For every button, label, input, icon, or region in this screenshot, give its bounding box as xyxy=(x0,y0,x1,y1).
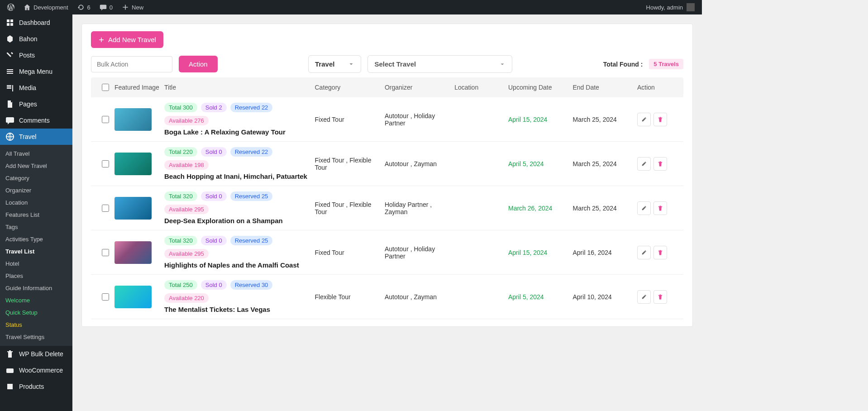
end-date-cell: March 25, 2024 xyxy=(573,116,638,123)
row-checkbox[interactable] xyxy=(102,160,109,167)
delete-button[interactable] xyxy=(653,201,667,215)
menu-label: Travel xyxy=(19,133,36,140)
organizer-cell: Holiday Partner , Zayman xyxy=(385,201,454,215)
menu-item-posts[interactable]: Posts xyxy=(0,47,72,63)
submenu-item-tags[interactable]: Tags xyxy=(0,221,72,233)
delete-button[interactable] xyxy=(653,113,667,126)
add-new-travel-button[interactable]: Add New Travel xyxy=(91,31,163,48)
user-menu[interactable]: Howdy, admin xyxy=(646,3,698,11)
menu-item-comments[interactable]: Comments xyxy=(0,112,72,129)
trash-icon xyxy=(657,161,663,167)
bulk-action-input[interactable] xyxy=(91,56,172,72)
travel-title[interactable]: Highlights of Naples and the Amalfi Coas… xyxy=(164,261,315,269)
reserved-badge: Reserved 22 xyxy=(230,147,273,157)
row-checkbox[interactable] xyxy=(102,205,109,212)
menu-label: Media xyxy=(19,84,36,91)
edit-icon xyxy=(641,116,647,123)
travel-title[interactable]: Beach Hopping at Inani, Himchari, Patuar… xyxy=(164,172,315,180)
menu-item-dashboard[interactable]: Dashboard xyxy=(0,14,72,31)
travel-type-dropdown[interactable]: Travel xyxy=(308,55,361,73)
edit-button[interactable] xyxy=(637,157,651,171)
comment-icon xyxy=(100,4,107,11)
travel-icon xyxy=(5,132,14,141)
submenu-item-status[interactable]: Status xyxy=(0,319,72,331)
menu-item-bahon[interactable]: Bahon xyxy=(0,31,72,47)
menu-item-travel[interactable]: Travel xyxy=(0,129,72,145)
upcoming-date-cell: March 26, 2024 xyxy=(508,205,573,212)
edit-icon xyxy=(641,294,647,300)
reserved-badge: Reserved 25 xyxy=(230,191,273,201)
new-content[interactable]: New xyxy=(118,0,147,14)
menu-label: Pages xyxy=(19,100,37,108)
travel-title[interactable]: The Mentalist Tickets: Las Vegas xyxy=(164,306,315,313)
travel-title[interactable]: Boga Lake : A Relaxing Gateway Tour xyxy=(164,128,315,136)
menu-item-media[interactable]: Media xyxy=(0,80,72,96)
col-featured-image: Featured Image xyxy=(114,84,164,91)
delete-button[interactable] xyxy=(653,290,667,304)
submenu-item-category[interactable]: Category xyxy=(0,172,72,184)
col-organizer: Organizer xyxy=(385,84,454,91)
submenu-item-activities-type[interactable]: Activities Type xyxy=(0,233,72,245)
menu-item-woocommerce[interactable]: WooCommerce xyxy=(0,362,72,378)
organizer-cell: Autotour , Holiday Partner xyxy=(385,245,454,260)
travel-title[interactable]: Deep-Sea Exploration on a Shampan xyxy=(164,217,315,225)
end-date-cell: April 10, 2024 xyxy=(573,293,638,301)
plus-icon xyxy=(122,4,129,11)
edit-button[interactable] xyxy=(637,201,651,215)
submenu-item-guide-information[interactable]: Guide Information xyxy=(0,282,72,294)
available-badge: Available 220 xyxy=(164,293,209,303)
menu-label: WP Bulk Delete xyxy=(19,350,63,358)
upcoming-date-cell: April 15, 2024 xyxy=(508,249,573,256)
edit-button[interactable] xyxy=(637,290,651,304)
total-badge: Total 300 xyxy=(164,103,197,112)
submenu-item-travel-list[interactable]: Travel List xyxy=(0,245,72,258)
col-title: Title xyxy=(164,84,315,91)
submenu-item-location[interactable]: Location xyxy=(0,196,72,209)
menu-item-wp-bulk-delete[interactable]: WP Bulk Delete xyxy=(0,346,72,362)
submenu-item-quick-setup[interactable]: Quick Setup xyxy=(0,306,72,319)
submenu-item-features-list[interactable]: Features List xyxy=(0,209,72,221)
menu-item-products[interactable]: Products xyxy=(0,378,72,395)
menu-label: WooCommerce xyxy=(19,367,63,374)
submenu-item-hotel[interactable]: Hotel xyxy=(0,258,72,270)
pages-icon xyxy=(5,100,14,109)
content-area: Add New Travel Action Travel Select Trav… xyxy=(72,14,702,411)
table-row: Total 320 Sold 0 Reserved 25 Available 2… xyxy=(91,230,683,275)
submenu-item-welcome[interactable]: Welcome xyxy=(0,294,72,306)
travel-table: Featured Image Title Category Organizer … xyxy=(91,77,683,319)
submenu-item-organizer[interactable]: Organizer xyxy=(0,184,72,196)
organizer-cell: Autotour , Zayman xyxy=(385,160,454,167)
row-checkbox[interactable] xyxy=(102,116,109,123)
edit-button[interactable] xyxy=(637,246,651,259)
select-travel-dropdown[interactable]: Select Travel xyxy=(367,55,512,73)
home-icon xyxy=(24,4,31,11)
category-cell: Fixed Tour xyxy=(315,249,385,256)
row-checkbox[interactable] xyxy=(102,293,109,301)
delete-button[interactable] xyxy=(653,246,667,259)
menu-label: Bahon xyxy=(19,35,37,43)
table-row: Total 220 Sold 0 Reserved 22 Available 1… xyxy=(91,142,683,186)
delete-button[interactable] xyxy=(653,157,667,171)
menu-label: Dashboard xyxy=(19,19,50,26)
table-header: Featured Image Title Category Organizer … xyxy=(91,77,683,97)
upcoming-date-cell: April 15, 2024 xyxy=(508,116,573,123)
submenu-item-travel-settings[interactable]: Travel Settings xyxy=(0,331,72,343)
submenu-item-places[interactable]: Places xyxy=(0,270,72,282)
edit-button[interactable] xyxy=(637,113,651,126)
submenu-item-add-new-travel[interactable]: Add New Travel xyxy=(0,160,72,172)
row-checkbox[interactable] xyxy=(102,249,109,256)
updates[interactable]: 6 xyxy=(74,0,94,14)
select-all-checkbox[interactable] xyxy=(102,84,109,91)
bahon-icon xyxy=(5,34,14,43)
trash-icon xyxy=(657,249,663,256)
menu-label: Posts xyxy=(19,52,35,59)
wp-logo[interactable] xyxy=(4,0,18,14)
action-button[interactable]: Action xyxy=(179,56,218,72)
site-name[interactable]: Development xyxy=(20,0,72,14)
comments[interactable]: 0 xyxy=(96,0,116,14)
menu-item-mega-menu[interactable]: Mega Menu xyxy=(0,63,72,80)
menu-item-pages[interactable]: Pages xyxy=(0,96,72,112)
submenu-item-all-travel[interactable]: All Travel xyxy=(0,148,72,160)
reserved-badge: Reserved 22 xyxy=(230,103,273,112)
featured-image xyxy=(114,197,152,220)
